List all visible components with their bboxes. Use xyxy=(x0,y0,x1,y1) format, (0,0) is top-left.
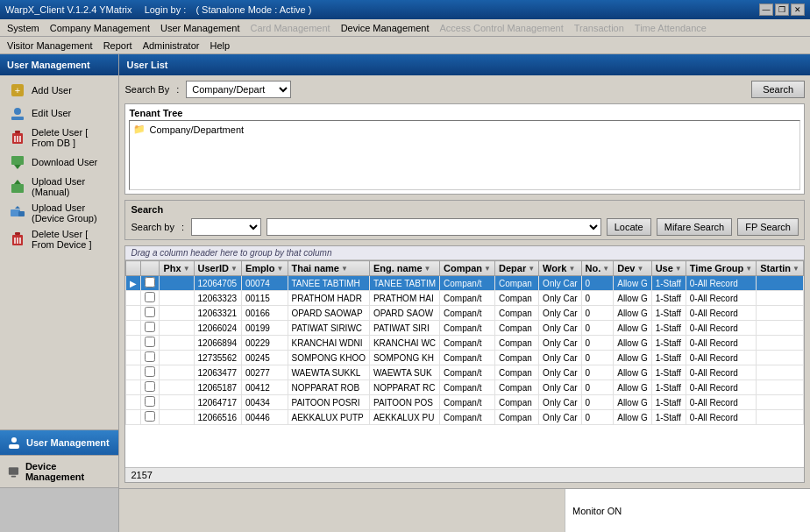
th-work[interactable]: Work ▼ xyxy=(539,261,581,276)
bottom-area: Monitor ON xyxy=(119,488,810,532)
row-arrow xyxy=(126,380,141,395)
download-user-icon xyxy=(9,153,26,171)
table-row[interactable]: 1206602400199PATIWAT SIRIWCPATIWAT SIRIC… xyxy=(126,321,804,336)
add-user-icon: + xyxy=(9,82,26,99)
table-row[interactable]: 1206332300115PRATHOM HADRPRATHOM HAIComp… xyxy=(126,291,804,306)
search-row: Search by : Name Employee ID Locate Mifa… xyxy=(131,218,799,236)
cell-use: 1-Staff xyxy=(651,351,686,365)
th-use[interactable]: Use ▼ xyxy=(651,261,686,276)
search-by-select[interactable]: Company/Depart Name Employee ID Card Num… xyxy=(186,81,291,98)
restore-button[interactable]: ❐ xyxy=(775,4,789,16)
th-phx[interactable]: Phx ▼ xyxy=(160,261,194,276)
mifare-search-button[interactable]: Mifare Search xyxy=(657,218,732,236)
menu-visitor-management[interactable]: Visitor Management xyxy=(2,39,98,53)
row-checkbox[interactable] xyxy=(145,277,155,287)
th-userid[interactable]: UserID ▼ xyxy=(194,261,241,276)
row-checkbox[interactable] xyxy=(145,366,155,377)
th-starting[interactable]: Startin ▼ xyxy=(757,261,804,276)
search-button[interactable]: Search xyxy=(751,81,805,98)
row-arrow xyxy=(126,365,141,380)
cell-dev: Allow G xyxy=(614,276,651,291)
th-thai-name[interactable]: Thai name ▼ xyxy=(288,261,369,276)
table-scroll[interactable]: Phx ▼ UserID ▼ Emplo ▼ Thai name ▼ Eng. … xyxy=(125,260,804,467)
th-depart[interactable]: Depar ▼ xyxy=(495,261,539,276)
sidebar-item-delete-user-device[interactable]: Delete User [ From Device ] xyxy=(0,226,118,252)
row-checkbox[interactable] xyxy=(145,396,155,407)
cell-use: 1-Staff xyxy=(651,365,686,380)
th-eng-name[interactable]: Eng. name ▼ xyxy=(369,261,439,276)
cell-userid: 12064705 xyxy=(194,276,241,291)
row-checkbox-cell[interactable] xyxy=(141,291,160,306)
sidebar-item-delete-user-db[interactable]: Delete User [ From DB ] xyxy=(0,124,118,151)
cell-company: Compan/t xyxy=(440,410,495,425)
menu-system[interactable]: System xyxy=(2,21,45,35)
cell-depart: Compan xyxy=(495,321,539,336)
row-checkbox-cell[interactable] xyxy=(141,365,160,380)
search-by2-select[interactable]: Name Employee ID xyxy=(191,218,261,236)
cell-phx xyxy=(160,306,194,321)
close-button[interactable]: ✕ xyxy=(791,4,805,16)
cell-depart: Compan xyxy=(495,395,539,410)
fp-search-button[interactable]: FP Search xyxy=(737,218,799,236)
row-checkbox-cell[interactable] xyxy=(141,380,160,395)
search-by-label: Search By xyxy=(124,84,169,95)
table-row[interactable]: 1206689400229KRANCHAI WDNIKRANCHAI WCCom… xyxy=(126,336,804,351)
th-dev[interactable]: Dev ▼ xyxy=(614,261,651,276)
sidebar-bottom-user-management[interactable]: User Management xyxy=(0,430,118,456)
row-checkbox-cell[interactable] xyxy=(141,276,160,291)
row-checkbox-cell[interactable] xyxy=(141,321,160,336)
menu-report[interactable]: Report xyxy=(98,39,138,53)
cell-emplo: 00166 xyxy=(241,306,288,321)
svg-marker-12 xyxy=(14,180,21,184)
row-checkbox[interactable] xyxy=(145,307,155,317)
cell-use: 1-Staff xyxy=(651,306,686,321)
row-checkbox[interactable] xyxy=(145,351,155,362)
menu-administrator[interactable]: Administrator xyxy=(138,39,205,53)
minimize-button[interactable]: — xyxy=(759,4,773,16)
table-row[interactable]: 1206471700434PAITOON POSRIPAITOON POSCom… xyxy=(126,395,804,410)
tenant-tree-item-label: Company/Department xyxy=(149,124,244,135)
cell-dev: Allow G xyxy=(614,395,651,410)
th-emplo[interactable]: Emplo ▼ xyxy=(241,261,288,276)
menu-help[interactable]: Help xyxy=(204,39,235,53)
row-checkbox[interactable] xyxy=(145,381,155,392)
cell-no: 0 xyxy=(581,291,614,306)
upload-device-label: Upload User (Device Group) xyxy=(32,202,110,223)
sidebar-item-download-user[interactable]: Download User xyxy=(0,151,118,174)
table-row[interactable]: 1206332100166OPARD SAOWAPOPARD SAOWCompa… xyxy=(126,306,804,321)
tenant-tree: 📁 Company/Department xyxy=(129,120,800,190)
menu-device-management[interactable]: Device Management xyxy=(336,21,435,35)
table-row[interactable]: ▶1206470500074TANEE TABTIMHTANEE TABTIMC… xyxy=(126,276,804,291)
table-row[interactable]: 1273556200245SOMPONG KHOOSOMPONG KHCompa… xyxy=(126,351,804,365)
locate-button[interactable]: Locate xyxy=(607,218,651,236)
th-timegroup[interactable]: Time Group ▼ xyxy=(686,261,756,276)
row-checkbox-cell[interactable] xyxy=(141,336,160,351)
sidebar-item-add-user[interactable]: + Add User xyxy=(0,79,118,102)
row-checkbox[interactable] xyxy=(145,411,155,422)
row-checkbox[interactable] xyxy=(145,337,155,347)
table-row[interactable]: 1206651600446AEKKALUX PUTPAEKKALUX PUCom… xyxy=(126,410,804,425)
table-row[interactable]: 1206518700412NOPPARAT ROBNOPPARAT RCComp… xyxy=(126,380,804,395)
cell-timegroup: 0-All Record xyxy=(686,380,756,395)
th-no[interactable]: No. ▼ xyxy=(581,261,614,276)
cell-dev: Allow G xyxy=(614,410,651,425)
th-company[interactable]: Compan ▼ xyxy=(440,261,495,276)
sidebar-item-upload-manual[interactable]: Upload User (Manual) xyxy=(0,174,118,200)
row-count: 2157 xyxy=(131,470,152,480)
table-row[interactable]: 1206347700277WAEWTA SUKKLWAEWTA SUKCompa… xyxy=(126,365,804,380)
row-checkbox-cell[interactable] xyxy=(141,351,160,365)
sidebar-item-upload-device[interactable]: Upload User (Device Group) xyxy=(0,200,118,226)
row-checkbox[interactable] xyxy=(145,322,155,332)
sidebar-bottom-device-management[interactable]: Device Management xyxy=(0,456,118,488)
tenant-tree-item[interactable]: 📁 Company/Department xyxy=(131,123,798,136)
row-checkbox-cell[interactable] xyxy=(141,306,160,321)
menu-company-management[interactable]: Company Management xyxy=(45,21,155,35)
search-by2-colon: : xyxy=(181,222,184,232)
monitor-panel: Monitor ON xyxy=(565,489,810,532)
sidebar-item-edit-user[interactable]: Edit User xyxy=(0,102,118,124)
menu-user-management[interactable]: User Management xyxy=(155,21,245,35)
row-checkbox-cell[interactable] xyxy=(141,410,160,425)
row-checkbox[interactable] xyxy=(145,292,155,302)
row-checkbox-cell[interactable] xyxy=(141,395,160,410)
search-value-select[interactable] xyxy=(266,218,601,236)
